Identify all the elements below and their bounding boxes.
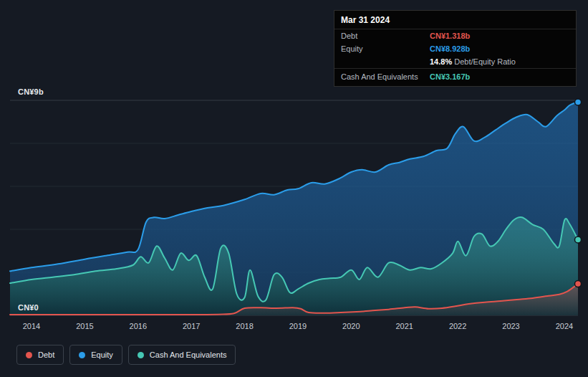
legend: DebtEquityCash And Equivalents [16, 345, 236, 365]
y-axis-label-max: CN¥9b [18, 87, 44, 96]
x-tick-label: 2015 [70, 322, 99, 330]
cash-and-equivalents-endpoint-marker [575, 237, 582, 243]
x-tick-label: 2023 [497, 322, 526, 330]
legend-item-cash-and-equivalents[interactable]: Cash And Equivalents [128, 345, 236, 365]
tooltip-cash-value: CN¥3.167b [430, 72, 470, 81]
y-axis-label-min: CN¥0 [18, 303, 39, 312]
tooltip-ratio-row: 14.8% Debt/Equity Ratio [334, 55, 576, 68]
legend-item-equity[interactable]: Equity [69, 345, 122, 365]
equity-legend-dot-icon [79, 352, 85, 358]
tooltip-equity-row: Equity CN¥8.928b [334, 42, 576, 55]
cash-and-equivalents-legend-dot-icon [138, 352, 144, 358]
legend-item-label: Debt [38, 350, 54, 359]
equity-endpoint-marker [575, 99, 582, 105]
tooltip-equity-label: Equity [341, 44, 430, 53]
legend-item-label: Cash And Equivalents [150, 350, 227, 359]
x-tick-label: 2021 [390, 322, 419, 330]
tooltip-date: Mar 31 2024 [334, 11, 576, 29]
tooltip-ratio-value: 14.8% [430, 57, 452, 66]
x-tick-label: 2014 [17, 322, 46, 330]
x-tick-label: 2018 [231, 322, 259, 330]
x-tick-label: 2020 [337, 322, 365, 330]
x-tick-label: 2022 [443, 322, 472, 330]
tooltip-ratio-label: Debt/Equity Ratio [454, 57, 516, 66]
x-tick-label: 2017 [177, 322, 206, 330]
tooltip-equity-value: CN¥8.928b [430, 44, 470, 53]
x-tick-label: 2016 [124, 322, 153, 330]
legend-item-label: Equity [91, 350, 113, 359]
chart-panel: CN¥9b CN¥0 20142015201620172018201920202… [0, 0, 588, 377]
legend-item-debt[interactable]: Debt [16, 345, 64, 365]
tooltip-debt-value: CN¥1.318b [430, 32, 470, 40]
tooltip-debt-row: Debt CN¥1.318b [334, 29, 576, 42]
debt-legend-dot-icon [26, 352, 32, 358]
chart-tooltip: Mar 31 2024 Debt CN¥1.318b Equity CN¥8.9… [334, 10, 577, 87]
x-axis: 2014201520162017201820192020202120222023… [17, 322, 579, 330]
x-tick-label: 2019 [284, 322, 312, 330]
tooltip-cash-label: Cash And Equivalents [341, 72, 430, 81]
tooltip-debt-label: Debt [341, 32, 430, 40]
tooltip-cash-row: Cash And Equivalents CN¥3.167b [334, 68, 576, 86]
x-tick-label: 2024 [550, 322, 579, 330]
debt-endpoint-marker [575, 281, 582, 287]
